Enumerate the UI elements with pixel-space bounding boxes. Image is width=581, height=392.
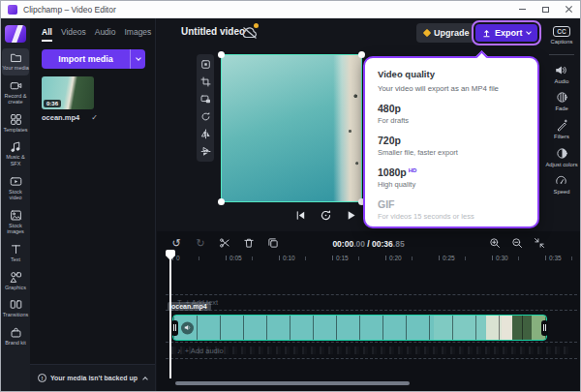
right-tool-rail: CC Captions Audio Fade Filters Adjust co… [541, 18, 581, 233]
hd-badge: HD [409, 167, 417, 173]
clip-tag-label: ocean.mp4 [168, 302, 211, 311]
window-controls [510, 1, 580, 17]
clip-filename: ocean.mp4 [42, 113, 79, 122]
sidebar-label: Record & create [2, 93, 29, 106]
tool-fade[interactable]: Fade [555, 91, 567, 112]
tool-speed[interactable]: Speed [554, 174, 570, 196]
chevron-up-icon [142, 377, 148, 382]
sidebar-item-transitions[interactable]: Transitions [2, 295, 29, 322]
trim-handle-left[interactable] [171, 320, 178, 336]
maximize-icon [542, 7, 549, 13]
folder-icon [10, 51, 22, 64]
export-label: Export [495, 28, 523, 38]
skip-to-start-button[interactable] [294, 209, 307, 222]
grid-icon [10, 113, 22, 126]
sidebar-label: Text [11, 256, 20, 263]
selection-handle[interactable] [358, 51, 365, 58]
clip-audio-icon [181, 321, 194, 334]
cloud-off-icon[interactable] [241, 26, 259, 40]
sidebar-label: Music & SFX [2, 154, 29, 166]
tab-audio[interactable]: Audio [95, 27, 116, 42]
selection-handle[interactable] [218, 51, 225, 58]
zoom-out-button[interactable] [511, 237, 523, 249]
transition-icon [10, 298, 22, 311]
crop-tool[interactable] [200, 76, 211, 87]
app-logo-icon [5, 25, 26, 43]
export-button[interactable]: Export [475, 24, 537, 42]
tool-adjust-colors[interactable]: Adjust colors [545, 147, 577, 168]
timeline-ruler[interactable]: 0 0:05 0:10 0:15 0:20 0:25 0:30 0:35 [157, 253, 580, 266]
maximize-button[interactable] [534, 1, 557, 17]
audio-track[interactable]: ♪ + Add audio [166, 342, 577, 359]
picture-in-picture-tool[interactable] [200, 94, 211, 105]
tab-images[interactable]: Images [124, 27, 151, 42]
close-button[interactable] [557, 1, 580, 17]
selection-handle[interactable] [218, 198, 225, 205]
sidebar-label: Stock video [2, 189, 29, 201]
text-icon [10, 243, 22, 256]
sidebar-label: Transitions [3, 312, 29, 318]
preview-tool-palette [197, 54, 214, 162]
sidebar-item-stock-video[interactable]: Stock video [2, 172, 29, 205]
add-audio-ghost: + Add audio [185, 347, 224, 355]
sidebar-item-brand-kit[interactable]: Brand kit [2, 323, 29, 350]
import-media-dropdown[interactable] [130, 49, 145, 69]
sidebar-label: Your media [2, 65, 29, 72]
replay-button[interactable] [320, 209, 332, 222]
import-media-split-button: Import media [42, 49, 145, 69]
video-preview-canvas[interactable] [221, 54, 362, 202]
text-track[interactable]: T + Add text [166, 294, 577, 311]
menu-item-1080p[interactable]: 1080pHD High quality [378, 166, 525, 189]
trim-handle-right[interactable] [541, 320, 548, 336]
media-tabs: All Videos Audio Images [30, 18, 155, 42]
backup-notice[interactable]: ! Your media isn't backed up [30, 364, 155, 391]
zoom-in-button[interactable] [489, 237, 501, 249]
tool-captions[interactable]: CC Captions [551, 26, 573, 45]
project-title[interactable]: Untitled video [181, 26, 245, 37]
play-button[interactable] [345, 209, 357, 222]
sidebar-label: Brand kit [5, 340, 26, 347]
tab-videos[interactable]: Videos [61, 27, 86, 42]
adjust-colors-icon [556, 147, 568, 160]
sidebar-item-templates[interactable]: Templates [2, 110, 29, 137]
tool-audio[interactable]: Audio [555, 64, 569, 85]
sidebar-item-record-create[interactable]: Record & create [2, 76, 29, 109]
fill-size-tool[interactable] [200, 59, 211, 70]
speedometer-icon [555, 174, 567, 187]
captions-icon: CC [553, 26, 569, 37]
sidebar-item-your-media[interactable]: Your media [2, 48, 29, 75]
chevron-down-icon [526, 29, 532, 35]
menu-item-480p[interactable]: 480p For drafts [378, 103, 525, 125]
flip-vertical-tool[interactable] [200, 146, 211, 157]
sidebar-label: Templates [3, 127, 27, 134]
upload-icon [482, 29, 491, 38]
image-icon [10, 209, 22, 222]
chevron-down-icon [136, 55, 141, 61]
import-media-button[interactable]: Import media [42, 49, 130, 69]
clipchamp-logo-icon [8, 5, 17, 15]
clip-thumbnail[interactable]: 0:36 [42, 76, 94, 109]
zoom-fit-button[interactable] [534, 237, 545, 249]
magic-wand-icon [556, 119, 568, 132]
sidebar-item-music-sfx[interactable]: Music & SFX [2, 137, 29, 170]
media-panel: All Videos Audio Images Import media 0:3… [30, 18, 156, 391]
sidebar-item-stock-images[interactable]: Stock images [2, 206, 29, 239]
upgrade-button[interactable]: Upgrade [416, 23, 477, 43]
minimize-button[interactable] [510, 1, 534, 17]
window-titlebar: Clipchamp – Video Editor [1, 1, 580, 18]
menu-item-gif[interactable]: GIF For videos 15 seconds or less [378, 198, 525, 221]
sidebar-item-graphics[interactable]: Graphics [2, 268, 29, 295]
menu-subtitle: Your video will export as an MP4 file [378, 84, 525, 93]
menu-item-720p[interactable]: 720p Smaller file, faster export [378, 135, 525, 157]
check-icon: ✓ [91, 113, 98, 122]
video-clip[interactable] [172, 315, 547, 341]
rotate-tool[interactable] [200, 111, 211, 122]
tab-all[interactable]: All [42, 27, 52, 42]
timeline-horizontal-scrollbar[interactable] [175, 381, 410, 385]
briefcase-icon [10, 326, 22, 339]
media-clip-card[interactable]: 0:36 ocean.mp4 ✓ [42, 76, 119, 122]
camera-icon [10, 79, 22, 92]
flip-horizontal-tool[interactable] [200, 129, 211, 139]
tool-filters[interactable]: Filters [554, 119, 569, 140]
sidebar-item-text[interactable]: Text [2, 240, 29, 267]
